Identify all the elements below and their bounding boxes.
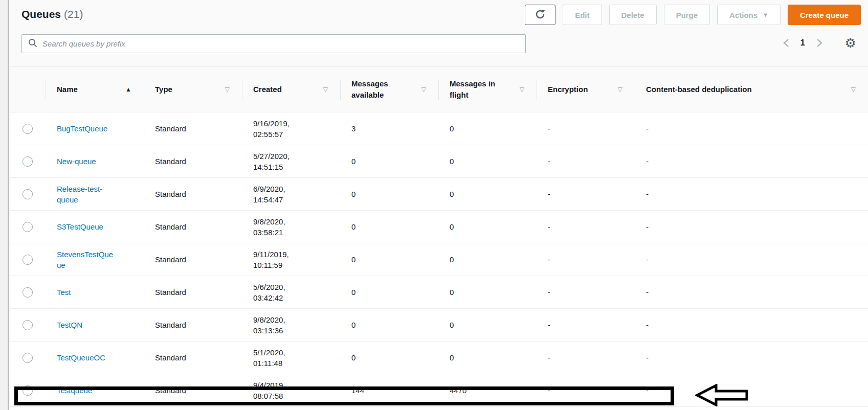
filter-icon[interactable]: ▽	[618, 84, 622, 95]
type-cell: Standard	[144, 211, 242, 243]
search-box[interactable]	[21, 34, 526, 53]
queue-radio[interactable]	[23, 156, 33, 167]
queue-radio[interactable]	[23, 124, 33, 134]
column-header-type[interactable]: Type▽	[144, 67, 242, 112]
queue-radio[interactable]	[23, 320, 33, 330]
filter-icon[interactable]: ▽	[851, 84, 856, 95]
dedup-cell: -	[635, 211, 868, 243]
column-label: Created	[253, 84, 282, 95]
queue-radio[interactable]	[23, 287, 33, 298]
page-title-text: Queues	[21, 8, 61, 20]
created-value: 5/6/2020, 03:42:42	[253, 282, 304, 303]
queue-link[interactable]: S3TestQueue	[57, 221, 103, 232]
pager-divider	[834, 34, 834, 52]
create-queue-button[interactable]: Create queue	[788, 5, 861, 25]
edit-button[interactable]: Edit	[563, 5, 602, 25]
page-left-edge	[0, 0, 9, 410]
radio-cell	[10, 145, 46, 177]
gear-icon[interactable]: ⚙	[845, 37, 856, 50]
created-value: 5/27/2020, 14:51:15	[253, 151, 304, 172]
dedup-cell: -	[635, 145, 868, 177]
encryption-cell: -	[537, 211, 635, 243]
queue-radio[interactable]	[23, 255, 33, 265]
table-body: BugTestQueueStandard9/16/2019, 02:55:573…	[10, 112, 868, 407]
sort-ascending-icon[interactable]: ▲	[125, 84, 131, 95]
queue-link[interactable]: New-queue	[57, 156, 96, 167]
messages-available-cell: 0	[340, 178, 438, 210]
messages-in-flight-cell: 0	[438, 309, 537, 341]
table-row-new-queue: New-queueStandard5/27/2020, 14:51:1500--	[10, 145, 868, 178]
delete-button[interactable]: Delete	[609, 5, 657, 25]
created-cell: 5/6/2020, 03:42:42	[242, 276, 340, 308]
messages-in-flight-cell: 0	[438, 211, 537, 243]
actions-dropdown-button[interactable]: Actions ▼	[717, 5, 781, 25]
dedup-cell: -	[635, 309, 868, 341]
messages-available-cell: 0	[340, 243, 438, 276]
column-header-name[interactable]: Name▲	[46, 67, 144, 112]
name-cell: New-queue	[46, 145, 144, 177]
sqs-queues-page: Queues(21) Edit Delete Purge Actions ▼ C…	[0, 0, 868, 410]
table-row-testqn: TestQNStandard9/8/2020, 03:13:3600--	[10, 309, 868, 341]
created-value: 5/1/2020, 01:11:48	[253, 347, 304, 369]
messages-available-cell: 0	[340, 276, 438, 308]
column-label: Messages available	[351, 78, 417, 101]
type-cell: Standard	[144, 112, 242, 145]
column-header-created[interactable]: Created▽	[242, 67, 340, 112]
dedup-cell: -	[635, 341, 868, 374]
created-cell: 9/8/2020, 03:58:21	[242, 211, 340, 243]
annotation-highlight-box	[14, 386, 674, 405]
column-header-messages-in-flight[interactable]: Messages in flight▽	[438, 67, 537, 112]
encryption-cell: -	[537, 341, 635, 374]
type-cell: Standard	[144, 178, 242, 210]
queue-link[interactable]: TestQN	[57, 320, 82, 330]
queue-count-badge: (21)	[64, 8, 83, 20]
next-page-button[interactable]	[816, 38, 823, 48]
messages-in-flight-cell: 0	[438, 145, 537, 177]
filter-icon[interactable]: ▽	[520, 84, 524, 95]
queue-link[interactable]: TestQueueOC	[57, 352, 105, 363]
type-cell: Standard	[144, 243, 242, 276]
table-row-testqueueoc: TestQueueOCStandard5/1/2020, 01:11:4800-…	[10, 341, 868, 374]
column-header-messages-available[interactable]: Messages available▽	[340, 67, 438, 112]
purge-button[interactable]: Purge	[664, 5, 710, 25]
refresh-button[interactable]	[525, 5, 555, 25]
table-row-s3testqueue: S3TestQueueStandard9/8/2020, 03:58:2100-…	[10, 211, 868, 243]
column-header-content-based-deduplication[interactable]: Content-based deduplication▽	[635, 67, 868, 112]
table-row-stevenstestqueue: StevensTestQueueStandard9/11/2019, 10:11…	[10, 243, 868, 276]
messages-available-cell: 0	[340, 341, 438, 374]
encryption-cell: -	[537, 309, 635, 341]
column-label: Name	[57, 84, 78, 95]
created-cell: 9/8/2020, 03:13:36	[242, 309, 340, 341]
filter-icon[interactable]: ▽	[421, 84, 426, 95]
previous-page-button[interactable]	[783, 38, 790, 48]
filter-icon[interactable]: ▽	[225, 84, 230, 95]
search-input[interactable]	[42, 39, 519, 48]
queue-link[interactable]: Release-test-queue	[57, 184, 114, 205]
radio-cell	[10, 243, 46, 276]
messages-in-flight-cell: 0	[438, 276, 537, 308]
radio-cell	[10, 211, 46, 243]
dedup-cell: -	[635, 178, 868, 210]
current-page-number[interactable]: 1	[800, 38, 805, 48]
queue-link[interactable]: BugTestQueue	[57, 123, 107, 134]
encryption-cell: -	[537, 276, 635, 308]
dedup-cell: -	[635, 112, 868, 145]
name-cell: Test	[46, 276, 144, 308]
radio-cell	[10, 276, 46, 308]
dedup-cell: -	[635, 276, 868, 308]
column-header-encryption[interactable]: Encryption▽	[537, 67, 635, 112]
encryption-cell: -	[537, 243, 635, 276]
encryption-cell: -	[537, 178, 635, 210]
created-value: 9/11/2019, 10:11:59	[253, 249, 304, 270]
encryption-cell: -	[537, 112, 635, 145]
caret-down-icon: ▼	[763, 12, 768, 18]
filter-icon[interactable]: ▽	[323, 84, 328, 95]
queue-link[interactable]: Test	[57, 287, 71, 298]
queue-radio[interactable]	[23, 189, 33, 199]
queue-radio[interactable]	[23, 353, 33, 363]
queue-link[interactable]: StevensTestQueue	[57, 249, 114, 270]
created-cell: 9/16/2019, 02:55:57	[242, 112, 340, 145]
queue-radio[interactable]	[23, 222, 33, 232]
queues-table: Name▲Type▽Created▽Messages available▽Mes…	[10, 66, 868, 410]
messages-available-cell: 0	[340, 309, 438, 341]
